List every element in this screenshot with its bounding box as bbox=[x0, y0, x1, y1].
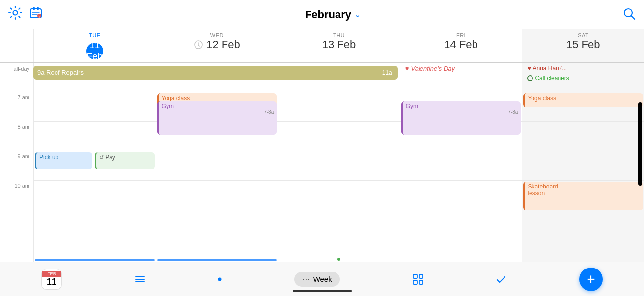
top-header: ! February ⌄ bbox=[0, 0, 644, 29]
day-header-tue[interactable]: TUE 11 Feb bbox=[33, 29, 156, 62]
day-header-wed[interactable]: WED 12 Feb bbox=[156, 29, 278, 62]
tab-week[interactable]: ··· Week bbox=[294, 272, 339, 287]
grid-col-wed[interactable]: Yoga class Gym 7-8a bbox=[156, 92, 278, 262]
allday-cell-fri[interactable]: ♥ Valentine's Day bbox=[400, 63, 522, 92]
svg-rect-2 bbox=[33, 7, 35, 10]
gym-wed-label: Gym bbox=[162, 103, 274, 109]
day-header-sat[interactable]: SAT 15 Feb bbox=[522, 29, 644, 62]
event-yoga-sat[interactable]: Yoga class bbox=[523, 93, 643, 107]
day-num-sat: 15 Feb bbox=[522, 38, 644, 51]
allday-label: all-day bbox=[0, 63, 33, 92]
day-name-thu: THU bbox=[278, 32, 400, 38]
allday-event-valentines[interactable]: ♥ Valentine's Day bbox=[402, 64, 520, 73]
gym-fri-label: Gym bbox=[406, 103, 518, 109]
event-indicator-tue bbox=[35, 259, 155, 261]
time-labels: 7 am 8 am 9 am 10 am bbox=[0, 92, 33, 262]
cleaners-label: Call cleaners bbox=[535, 75, 569, 81]
svg-rect-18 bbox=[413, 274, 417, 278]
event-gym-wed[interactable]: Gym 7-8a bbox=[157, 101, 277, 135]
calendar-container: TUE 11 Feb WED 12 Feb THU 13 Feb FRI 14 … bbox=[0, 29, 644, 262]
grid-col-thu[interactable] bbox=[278, 92, 400, 262]
repeat-icon-pay-tue: ↺ bbox=[99, 154, 104, 160]
roof-end-label: 11a bbox=[382, 69, 394, 76]
event-indicator-thu bbox=[337, 258, 340, 261]
today-day: 11 bbox=[47, 277, 56, 288]
day-header-thu[interactable]: THU 13 Feb bbox=[278, 29, 400, 62]
search-button[interactable] bbox=[622, 7, 636, 23]
event-pay-tue[interactable]: ↺ Pay bbox=[95, 152, 155, 169]
time-10am: 10 am bbox=[0, 181, 33, 210]
settings-icon[interactable] bbox=[8, 5, 23, 24]
time-grid: 7 am 8 am 9 am 10 am Pick up ↺ Pay bbox=[0, 92, 644, 262]
event-skateboard-sat[interactable]: Skateboard lesson bbox=[523, 182, 643, 210]
add-event-button[interactable]: + bbox=[579, 268, 603, 291]
valentines-label: Valentine's Day bbox=[411, 65, 455, 72]
heart-icon: ♥ bbox=[405, 65, 409, 72]
time-gutter-header bbox=[0, 29, 33, 62]
svg-text:!: ! bbox=[39, 15, 40, 18]
tab-grid[interactable] bbox=[413, 274, 423, 285]
day-num-thu: 13 Feb bbox=[278, 38, 400, 51]
pay-label-tue: Pay bbox=[105, 154, 115, 161]
month-title: February bbox=[305, 8, 351, 21]
day-header-fri[interactable]: FRI 14 Feb bbox=[400, 29, 522, 62]
grid-col-sat[interactable]: Yoga class Skateboard lesson bbox=[522, 92, 644, 262]
day-name-fri: FRI bbox=[400, 32, 522, 38]
week-dots-icon: ··· bbox=[302, 275, 310, 284]
home-indicator bbox=[293, 290, 352, 292]
event-gym-fri[interactable]: Gym 7-8a bbox=[401, 101, 521, 135]
svg-point-8 bbox=[624, 9, 632, 17]
allday-event-anna[interactable]: ♥ Anna Haro'... bbox=[524, 64, 642, 73]
day-num-fri: 14 Feb bbox=[400, 38, 522, 51]
circle-icon bbox=[527, 75, 533, 81]
day-headers: TUE 11 Feb WED 12 Feb THU 13 Feb FRI 14 … bbox=[0, 29, 644, 63]
yoga-wed-label: Yoga class bbox=[162, 95, 190, 102]
day-name-wed: WED bbox=[156, 32, 278, 38]
day-num-wed: 12 Feb bbox=[156, 38, 278, 51]
event-pickup-tue[interactable]: Pick up bbox=[35, 152, 92, 169]
tab-list[interactable] bbox=[135, 275, 145, 284]
svg-rect-19 bbox=[419, 274, 423, 278]
allday-row: all-day ↺ Renew mag... ↺ Pay council... bbox=[0, 63, 644, 92]
yoga-sat-label: Yoga class bbox=[528, 95, 556, 102]
allday-event-cleaners[interactable]: Call cleaners bbox=[524, 74, 642, 82]
header-left: ! bbox=[8, 5, 43, 24]
month-selector[interactable]: February ⌄ bbox=[305, 8, 361, 21]
tab-dot[interactable] bbox=[218, 277, 222, 281]
scrollbar-thumb[interactable] bbox=[638, 102, 642, 186]
add-icon: + bbox=[587, 272, 595, 287]
grid-columns: Pick up ↺ Pay Yoga class bbox=[33, 92, 644, 262]
day-name-tue: TUE bbox=[34, 32, 156, 38]
gym-fri-time: 7-8a bbox=[508, 109, 518, 115]
skateboard-label: Skateboard bbox=[528, 183, 640, 190]
svg-rect-20 bbox=[413, 280, 417, 284]
allday-cells: ↺ Renew mag... ↺ Pay council... ♥ bbox=[33, 63, 644, 92]
event-indicator-wed bbox=[157, 259, 277, 261]
day-name-sat: SAT bbox=[522, 32, 644, 38]
allday-cell-sat[interactable]: ♥ Anna Haro'... Call cleaners bbox=[522, 63, 644, 92]
time-7am: 7 am bbox=[0, 92, 33, 122]
grid-col-tue[interactable]: Pick up ↺ Pay bbox=[33, 92, 156, 262]
today-month: FEB bbox=[42, 271, 61, 277]
skateboard-label2: lesson bbox=[528, 190, 640, 197]
today-button[interactable]: FEB 11 bbox=[41, 269, 62, 290]
anna-label: Anna Haro'... bbox=[533, 65, 567, 72]
month-chevron-icon: ⌄ bbox=[354, 10, 361, 19]
time-9am: 9 am bbox=[0, 151, 33, 181]
grid-col-fri[interactable]: Gym 7-8a bbox=[400, 92, 522, 262]
birthday-icon: ♥ bbox=[527, 65, 531, 72]
svg-rect-3 bbox=[37, 7, 39, 10]
roof-label: 9a Roof Repairs bbox=[37, 69, 84, 76]
svg-rect-21 bbox=[419, 280, 423, 284]
day-num-tue: 11 Feb bbox=[34, 38, 156, 59]
pickup-label: Pick up bbox=[39, 154, 58, 161]
tab-reminders[interactable] bbox=[496, 274, 506, 285]
gym-wed-time: 7-8a bbox=[264, 109, 274, 115]
week-label: Week bbox=[313, 275, 332, 283]
time-8am: 8 am bbox=[0, 122, 33, 151]
reminders-icon[interactable]: ! bbox=[28, 6, 43, 24]
svg-point-0 bbox=[13, 11, 18, 15]
svg-point-17 bbox=[218, 277, 222, 281]
svg-line-9 bbox=[632, 16, 635, 19]
allday-event-roof-repairs[interactable]: 9a Roof Repairs11a bbox=[33, 66, 398, 80]
